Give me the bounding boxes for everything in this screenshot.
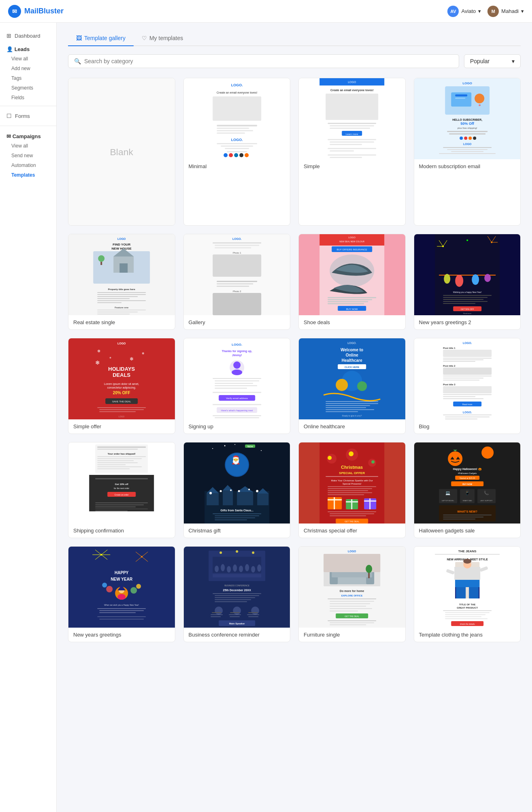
filter-label: Popular bbox=[470, 58, 489, 64]
svg-rect-125 bbox=[443, 303, 475, 304]
svg-point-108 bbox=[466, 239, 468, 241]
svg-rect-179 bbox=[326, 405, 370, 406]
svg-rect-26 bbox=[330, 125, 374, 126]
svg-rect-36 bbox=[330, 157, 362, 158]
tab-my-templates[interactable]: ♡ My templates bbox=[134, 31, 191, 46]
svg-rect-198 bbox=[443, 394, 492, 395]
svg-text:LOGO.: LOGO. bbox=[231, 83, 243, 87]
svg-rect-413 bbox=[455, 579, 479, 587]
template-card-modern-sub[interactable]: LOGO 🎯 HELLO SUBSCRIBER, 50% Off plus fr… bbox=[414, 78, 521, 226]
svg-rect-274 bbox=[328, 488, 372, 489]
svg-rect-24 bbox=[326, 94, 378, 120]
svg-text:💻: 💻 bbox=[445, 490, 451, 496]
sidebar-item-campaigns-sendnew[interactable]: Send new bbox=[0, 151, 56, 160]
user1-menu[interactable]: AV Aviato ▾ bbox=[447, 6, 481, 17]
template-name-blank: Blank template bbox=[68, 225, 175, 226]
template-card-conference[interactable]: BUSINESS CONFERENCE 25th December 20XX bbox=[183, 546, 291, 642]
search-box[interactable]: 🔍 bbox=[68, 54, 459, 68]
sidebar-item-campaigns-viewall[interactable]: View all bbox=[0, 141, 56, 151]
app-logo[interactable]: MailBluster bbox=[8, 5, 64, 18]
template-card-newyear[interactable]: HAPPY NEW YEAR When we wish you a Happy … bbox=[68, 546, 175, 642]
svg-rect-65 bbox=[100, 262, 102, 265]
template-card-blog[interactable]: LOGO. Post title 1 Post title 2 Post tit… bbox=[414, 338, 521, 434]
svg-text:📞: 📞 bbox=[484, 490, 489, 496]
template-preview-xmas-gift: 🎅 bbox=[184, 442, 290, 524]
template-card-minimal[interactable]: LOGO. Create an email everyone loves! LO… bbox=[183, 78, 291, 226]
svg-text:Started at $15.00: Started at $15.00 bbox=[460, 477, 475, 479]
svg-text:SAVE THE DEAL: SAVE THE DEAL bbox=[112, 400, 131, 403]
svg-text:Create an email everyone loves: Create an email everyone loves! bbox=[330, 89, 374, 92]
svg-point-64 bbox=[98, 255, 104, 262]
svg-rect-342 bbox=[97, 608, 146, 609]
svg-point-118 bbox=[472, 274, 479, 285]
svg-rect-405 bbox=[330, 624, 366, 625]
sidebar-item-forms[interactable]: ☐ Forms bbox=[0, 109, 56, 122]
svg-text:EXPLORE OFFICE: EXPLORE OFFICE bbox=[341, 594, 362, 597]
svg-rect-33 bbox=[328, 148, 376, 149]
svg-rect-364 bbox=[213, 593, 261, 594]
template-card-simple[interactable]: LOGO Create an email everyone loves! Lea… bbox=[298, 78, 406, 226]
svg-text:SMART BAG: SMART BAG bbox=[462, 500, 472, 502]
sidebar-item-leads-segments[interactable]: Segments bbox=[0, 83, 56, 93]
template-card-healthcare[interactable]: LOGO. Welcome to Online Healthcare CLICK… bbox=[298, 338, 406, 434]
user1-name: Aviato bbox=[461, 8, 476, 14]
svg-point-19 bbox=[245, 153, 249, 157]
svg-text:BUSINESS CONFERENCE: BUSINESS CONFERENCE bbox=[224, 584, 249, 587]
svg-text:plus free shipping!: plus free shipping! bbox=[457, 127, 477, 129]
template-card-blank[interactable]: Blank Blank template bbox=[68, 78, 175, 226]
template-card-signingup[interactable]: LOGO. Thanks for signing up, Jimmy! Veri… bbox=[183, 338, 291, 434]
tab-gallery[interactable]: 🖼 Template gallery bbox=[68, 31, 134, 46]
template-card-halloween[interactable]: Happy Halloween! 🎃 #Halloween Gadgets St… bbox=[414, 442, 521, 538]
svg-point-355 bbox=[245, 564, 249, 571]
template-card-realestate[interactable]: LOGO FIND YOUR NEW HOUSE Property title … bbox=[68, 234, 175, 330]
svg-rect-189 bbox=[443, 359, 483, 360]
sidebar-item-leads-tags[interactable]: Tags bbox=[0, 73, 56, 83]
search-input[interactable] bbox=[84, 58, 453, 64]
sidebar-item-leads-fields[interactable]: Fields bbox=[0, 93, 56, 103]
template-card-furniture[interactable]: LOGO Do more for home EXPLORE OFFICE bbox=[298, 546, 406, 642]
template-preview-simpleoffer: LOGO ❄ ❄ ❄ ❄ ❄ HOLIDAYS DEALS Lorem ipsu… bbox=[68, 338, 175, 419]
svg-rect-165 bbox=[213, 415, 261, 416]
template-preview-gallery: LOGO. Photo 1 Photo 2 bbox=[184, 234, 290, 315]
sidebar-item-leads-viewall[interactable]: View all bbox=[0, 54, 56, 64]
sidebar-item-dashboard[interactable]: ⊞ Dashboard bbox=[0, 29, 56, 42]
user2-menu[interactable]: M Mahadi ▾ bbox=[487, 6, 524, 17]
avatar-user1: AV bbox=[447, 6, 459, 17]
svg-text:Learn more: Learn more bbox=[346, 133, 358, 135]
svg-rect-99 bbox=[328, 297, 376, 298]
svg-rect-270 bbox=[326, 476, 378, 477]
svg-rect-56 bbox=[447, 149, 487, 150]
svg-rect-414 bbox=[455, 587, 456, 598]
template-card-gallery[interactable]: LOGO. Photo 1 Photo 2 Gallery bbox=[183, 234, 291, 330]
svg-rect-78 bbox=[97, 312, 138, 312]
template-card-xmas-gift[interactable]: 🎅 bbox=[183, 442, 291, 538]
template-card-xmas-offer[interactable]: Christmas SPECIAL OFFER Make Your Christ… bbox=[298, 442, 406, 538]
svg-rect-48 bbox=[447, 131, 487, 132]
svg-text:Main Speaker: Main Speaker bbox=[229, 622, 245, 625]
svg-text:GET 50% OFF: GET 50% OFF bbox=[460, 308, 474, 310]
sidebar-divider-1 bbox=[0, 106, 56, 106]
svg-point-232 bbox=[224, 445, 225, 447]
campaigns-icon: ✉ bbox=[6, 133, 11, 139]
svg-text:consectetur adipiscing.: consectetur adipiscing. bbox=[107, 386, 136, 389]
template-grid: Blank Blank template LOGO. Create an ema… bbox=[68, 78, 521, 642]
template-card-simpleoffer[interactable]: LOGO ❄ ❄ ❄ ❄ ❄ HOLIDAYS DEALS Lorem ipsu… bbox=[68, 338, 175, 434]
svg-rect-280 bbox=[334, 497, 335, 509]
svg-rect-190 bbox=[443, 361, 475, 362]
svg-rect-260 bbox=[215, 519, 247, 520]
template-preview-signingup: LOGO. Thanks for signing up, Jimmy! Veri… bbox=[184, 338, 290, 419]
svg-rect-425 bbox=[445, 614, 485, 615]
sidebar-item-campaigns-automation[interactable]: Automation bbox=[0, 160, 56, 170]
template-card-shipping[interactable]: Your order has shipped! Get 10% off for … bbox=[68, 442, 175, 538]
svg-rect-210 bbox=[97, 449, 138, 450]
svg-text:Thanks for signing up,: Thanks for signing up, bbox=[221, 350, 252, 353]
sidebar-item-leads-addnew[interactable]: Add new bbox=[0, 64, 56, 73]
svg-text:Healthcare: Healthcare bbox=[342, 358, 363, 363]
svg-point-418 bbox=[463, 559, 471, 564]
template-card-shoedeals[interactable]: LOGO NEW DEAL NEW COLOUR BUY OFFERS INSU… bbox=[298, 234, 406, 330]
filter-dropdown[interactable]: Popular ▾ bbox=[464, 54, 521, 68]
template-card-newyear2[interactable]: Wishing you a happy New Year! GET 50% OF… bbox=[414, 234, 521, 330]
template-card-jeans[interactable]: THE JEANS NEW ARRIVALS, MEET STYLE bbox=[414, 546, 521, 642]
sidebar-item-campaigns-templates[interactable]: Templates bbox=[0, 170, 56, 180]
svg-rect-49 bbox=[449, 133, 485, 135]
